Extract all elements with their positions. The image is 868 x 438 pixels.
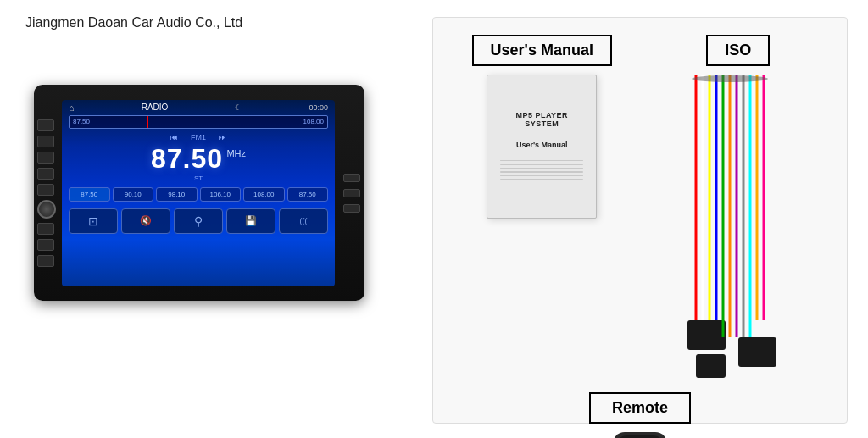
iso-label: ISO <box>706 35 770 66</box>
screen-topbar: ⌂ RADIO ☾ 00:00 <box>62 100 335 115</box>
mute-btn[interactable]: 🔇 <box>121 208 170 234</box>
radio-body: ⌂ RADIO ☾ 00:00 87.50 108.00 ⏮ <box>34 85 364 301</box>
manual-book-subtitle: User's Manual <box>516 141 568 149</box>
iso-harness-svg <box>670 75 806 380</box>
presets: 87,50 90,10 98,10 106,10 108,00 87,50 <box>62 184 335 205</box>
right-btn-2[interactable] <box>343 189 360 197</box>
btn-side-5[interactable] <box>37 184 54 196</box>
iso-section: ISO <box>654 35 823 380</box>
remote-label: Remote <box>589 392 691 424</box>
freq-bar: 87.50 108.00 <box>69 115 328 129</box>
bottom-buttons: ⊡ 🔇 ⚲ 💾 ((( <box>62 205 335 237</box>
time-display: 00:00 <box>309 103 328 112</box>
right-side-controls <box>339 167 364 219</box>
manual-line-3 <box>500 168 583 169</box>
btn-side-aux[interactable] <box>37 239 54 251</box>
btn-side-usb[interactable] <box>37 255 54 267</box>
manual-line-2 <box>500 164 583 165</box>
radio-screen: ⌂ RADIO ☾ 00:00 87.50 108.00 ⏮ <box>62 100 335 286</box>
manual-line-1 <box>500 160 583 162</box>
btn-side-1[interactable] <box>37 119 54 131</box>
btn-side-4[interactable] <box>37 168 54 180</box>
connector-block-3 <box>696 354 726 378</box>
preset-3[interactable]: 98,10 <box>156 187 198 202</box>
freq-numbers: 87.50 108.00 <box>73 118 324 125</box>
preset-5[interactable]: 108,00 <box>243 187 285 202</box>
right-btn-1[interactable] <box>343 174 360 182</box>
moon-icon: ☾ <box>235 103 242 112</box>
company-name: Jiangmen Daoan Car Audio Co., Ltd <box>25 15 242 30</box>
save-btn[interactable]: 💾 <box>226 208 275 234</box>
connector-block-1 <box>687 320 726 350</box>
frequency-display: 87.50 MHz <box>62 143 335 175</box>
connector-block-2 <box>738 337 776 367</box>
remote-section: Remote <box>564 392 716 438</box>
stereo-label: ST <box>62 175 335 182</box>
manual-label: User's Manual <box>472 35 612 66</box>
volume-btn[interactable]: ((( <box>279 208 328 234</box>
big-freq: 87.50 <box>151 143 223 174</box>
btn-side-menu[interactable] <box>37 152 54 164</box>
radio-unit: ⌂ RADIO ☾ 00:00 87.50 108.00 ⏮ <box>34 85 373 313</box>
right-panel: User's Manual MP5 PLAYER SYSTEM User's M… <box>432 17 848 424</box>
manual-book-title: MP5 PLAYER SYSTEM <box>500 111 583 128</box>
preset-2[interactable]: 90,10 <box>113 187 154 202</box>
preset-4[interactable]: 106,10 <box>200 187 242 202</box>
search-btn[interactable]: ⚲ <box>174 208 223 234</box>
main-freq: ⏮ FM1 ⏭ 87.50 MHz ST <box>62 129 335 184</box>
fm-label: FM1 <box>191 133 206 141</box>
freq-unit: MHz <box>226 148 246 158</box>
remote-control-svg <box>606 432 674 438</box>
btn-side-2[interactable] <box>37 136 54 147</box>
freq-high: 108.00 <box>303 118 324 125</box>
freq-low: 87.50 <box>73 118 90 125</box>
screen-mode: RADIO <box>142 103 169 112</box>
left-buttons <box>34 113 58 274</box>
manual-line-6 <box>500 179 583 180</box>
manual-section: User's Manual MP5 PLAYER SYSTEM User's M… <box>457 35 626 219</box>
page-container: Jiangmen Daoan Car Audio Co., Ltd ⌂ <box>0 0 868 438</box>
preset-6[interactable]: 87,50 <box>287 187 329 202</box>
preset-1[interactable]: 87,50 <box>69 187 110 202</box>
freq-indicator <box>147 116 148 128</box>
volume-knob[interactable] <box>37 200 56 219</box>
prev-icon[interactable]: ⏮ <box>170 133 178 141</box>
right-btn-3[interactable] <box>343 204 360 213</box>
cast-btn[interactable]: ⊡ <box>69 208 118 234</box>
manual-line-5 <box>500 175 583 177</box>
home-icon: ⌂ <box>69 103 75 113</box>
btn-side-sd[interactable] <box>37 223 54 235</box>
svg-point-0 <box>692 75 768 82</box>
manual-book-lines <box>500 158 583 183</box>
manual-line-4 <box>500 171 583 173</box>
fm-label-row: ⏮ FM1 ⏭ <box>62 133 335 141</box>
manual-book: MP5 PLAYER SYSTEM User's Manual <box>487 75 597 219</box>
next-icon[interactable]: ⏭ <box>219 133 226 141</box>
